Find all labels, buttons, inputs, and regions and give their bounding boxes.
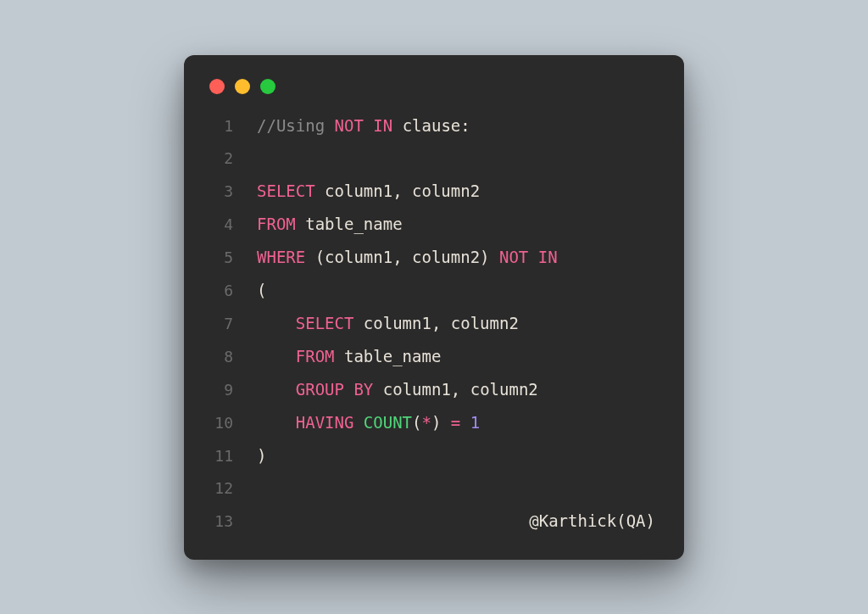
- code-line: 13 @Karthick(QA): [199, 505, 659, 538]
- code-content: FROM table_name: [233, 208, 659, 240]
- code-line: 12: [199, 472, 659, 505]
- code-window: 1 //Using NOT IN clause: 2 3 SELECT colu…: [184, 55, 684, 560]
- line-number: 7: [199, 308, 233, 340]
- minimize-icon[interactable]: [235, 79, 250, 94]
- line-number: 3: [199, 176, 233, 208]
- code-line: 5 WHERE (column1, column2) NOT IN: [199, 241, 659, 274]
- code-line: 2: [199, 142, 659, 175]
- code-line: 9 GROUP BY column1, column2: [199, 373, 659, 406]
- line-number: 4: [199, 209, 233, 241]
- code-content: FROM table_name: [233, 340, 659, 372]
- line-number: 5: [199, 242, 233, 274]
- window-titlebar: [184, 55, 684, 109]
- line-number: 13: [199, 505, 233, 538]
- line-number: 9: [199, 374, 233, 406]
- code-content: WHERE (column1, column2) NOT IN: [233, 241, 659, 273]
- close-icon[interactable]: [209, 79, 225, 94]
- code-line: 10 HAVING COUNT(*) = 1: [199, 406, 659, 439]
- code-content: //Using NOT IN clause:: [233, 109, 659, 142]
- author-handle: @Karthick(QA): [233, 505, 659, 537]
- code-line: 8 FROM table_name: [199, 340, 659, 373]
- line-number: 10: [199, 407, 233, 439]
- code-content: SELECT column1, column2: [233, 175, 659, 207]
- code-content: ): [233, 439, 659, 472]
- code-editor: 1 //Using NOT IN clause: 2 3 SELECT colu…: [184, 109, 684, 538]
- code-line: 6 (: [199, 274, 659, 307]
- code-line: 3 SELECT column1, column2: [199, 175, 659, 208]
- code-content: (: [233, 274, 659, 306]
- maximize-icon[interactable]: [260, 79, 275, 94]
- code-line: 4 FROM table_name: [199, 208, 659, 241]
- line-number: 2: [199, 142, 233, 175]
- code-content: SELECT column1, column2: [233, 307, 659, 339]
- code-line: 1 //Using NOT IN clause:: [199, 109, 659, 142]
- code-line: 11 ): [199, 439, 659, 472]
- line-number: 6: [199, 275, 233, 307]
- line-number: 12: [199, 472, 233, 505]
- code-line: 7 SELECT column1, column2: [199, 307, 659, 340]
- code-content: HAVING COUNT(*) = 1: [233, 406, 659, 438]
- code-content: GROUP BY column1, column2: [233, 373, 659, 405]
- line-number: 11: [199, 440, 233, 472]
- line-number: 8: [199, 341, 233, 373]
- line-number: 1: [199, 110, 233, 142]
